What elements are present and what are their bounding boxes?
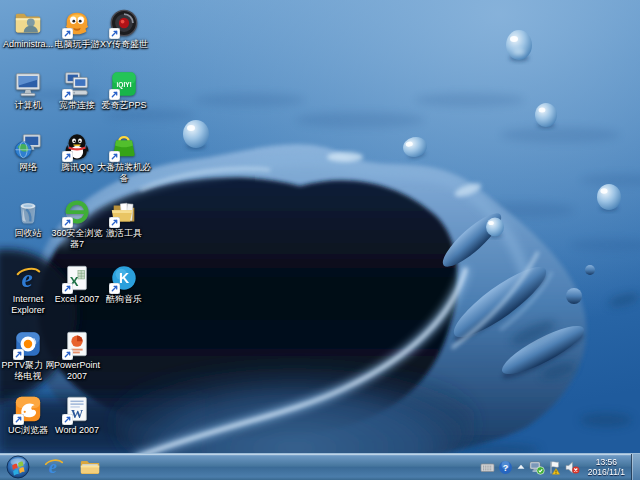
svg-text:K: K [119,270,130,286]
monster-game-icon [62,8,92,38]
iqiyi-icon: iQIYI [109,69,139,99]
powerpoint-document-icon [62,329,92,359]
shortcut-arrow-icon [109,89,120,100]
desktop-icon-administrator-folder[interactable]: Administra... [0,8,56,50]
shopping-bag-icon [109,131,139,161]
desktop-icon-label: 回收站 [0,228,56,239]
desktop-icon-label: Word 2007 [49,425,105,436]
shortcut-arrow-icon [62,349,73,360]
action-center-flag-icon[interactable] [548,460,561,475]
kugou-k-icon: K [109,263,139,293]
desktop-icon-pptv[interactable]: PPTV聚力 网络电视 [0,329,56,382]
shortcut-arrow-icon [109,217,120,228]
network-status-icon[interactable] [529,460,545,475]
internet-explorer-icon: e [43,456,65,478]
desktop-icon-tomato-installer[interactable]: 大番茄装机必备 [96,131,152,184]
show-hidden-icons-button[interactable] [516,461,526,473]
desktop-icon-label: XY传奇盛世 [96,39,152,50]
clock[interactable]: 13:56 2016/11/1 [588,457,625,477]
desktop-icon-label: 激活工具 [96,228,152,239]
help-sphere-icon[interactable]: ? [498,460,513,475]
game-emblem-icon [109,8,139,38]
desktop-icon-label: 计算机 [0,100,56,111]
taskbar-item-windows-explorer[interactable] [75,454,105,480]
desktop-icon-label: UC浏览器 [0,425,56,436]
volume-muted-icon[interactable] [564,460,580,475]
desktop-icon-computer[interactable]: 计算机 [0,69,56,111]
windows-desktop: Administra... 电脑玩手游 XY传奇盛世 计算机 [0,0,640,480]
show-desktop-button[interactable] [631,454,640,480]
shortcut-arrow-icon [13,349,24,360]
recycle-bin-icon [13,197,43,227]
start-button[interactable] [3,454,33,480]
desktop-icon-label: PPTV聚力 网络电视 [0,360,56,382]
desktop-icon-xy-legend-game[interactable]: XY传奇盛世 [96,8,152,50]
internet-explorer-icon: e [13,263,43,293]
desktop-icon-powerpoint-2007[interactable]: PowerPoint 2007 [49,329,105,382]
excel-document-icon: X [62,263,92,293]
shortcut-arrow-icon [62,28,73,39]
shortcut-arrow-icon [109,28,120,39]
qq-penguin-icon [62,131,92,161]
desktop-icon-recycle-bin[interactable]: 回收站 [0,197,56,239]
windows-orb-icon [6,455,30,479]
broadband-icon [62,69,92,99]
clock-time: 13:56 [588,457,625,467]
desktop-icon-label: Internet Explorer [0,294,56,316]
network-globe-icon [13,131,43,161]
desktop-icon-uc-browser[interactable]: UC浏览器 [0,394,56,436]
desktop-icon-word-2007[interactable]: W Word 2007 [49,394,105,436]
desktop-icon-iqiyi-pps[interactable]: iQIYI 爱奇艺PPS [96,69,152,111]
open-folder-documents-icon [109,197,139,227]
shortcut-arrow-icon [13,414,24,425]
system-tray: ? 13:56 2016/11/1 [480,454,640,480]
shortcut-arrow-icon [62,414,73,425]
desktop-icon-label: 爱奇艺PPS [96,100,152,111]
shortcut-arrow-icon [109,151,120,162]
shortcut-arrow-icon [62,151,73,162]
desktop-icon-label: 大番茄装机必备 [96,162,152,184]
desktop-icon-internet-explorer[interactable]: e Internet Explorer [0,263,56,316]
word-document-icon: W [62,394,92,424]
desktop-icon-label: 网络 [0,162,56,173]
pptv-icon [13,329,43,359]
desktop-icon-label: PowerPoint 2007 [49,360,105,382]
clock-date: 2016/11/1 [588,467,625,477]
shortcut-arrow-icon [62,89,73,100]
uc-squirrel-icon [13,394,43,424]
shortcut-arrow-icon [62,283,73,294]
desktop-icon-kugou-music[interactable]: K 酷狗音乐 [96,263,152,305]
shortcut-arrow-icon [62,217,73,228]
svg-text:?: ? [503,462,509,472]
computer-monitor-icon [13,69,43,99]
desktop-icon-label: 酷狗音乐 [96,294,152,305]
input-method-keyboard-icon[interactable] [480,460,495,475]
desktop-icon-label: Administra... [0,39,56,50]
taskbar: e ? [0,453,640,480]
taskbar-item-internet-explorer[interactable]: e [39,454,69,480]
shortcut-arrow-icon [109,283,120,294]
user-folder-icon [13,8,43,38]
folder-icon [79,456,101,478]
green-e-browser-icon [62,197,92,227]
desktop-icon-network[interactable]: 网络 [0,131,56,173]
desktop-icon-activation-tool[interactable]: 激活工具 [96,197,152,239]
